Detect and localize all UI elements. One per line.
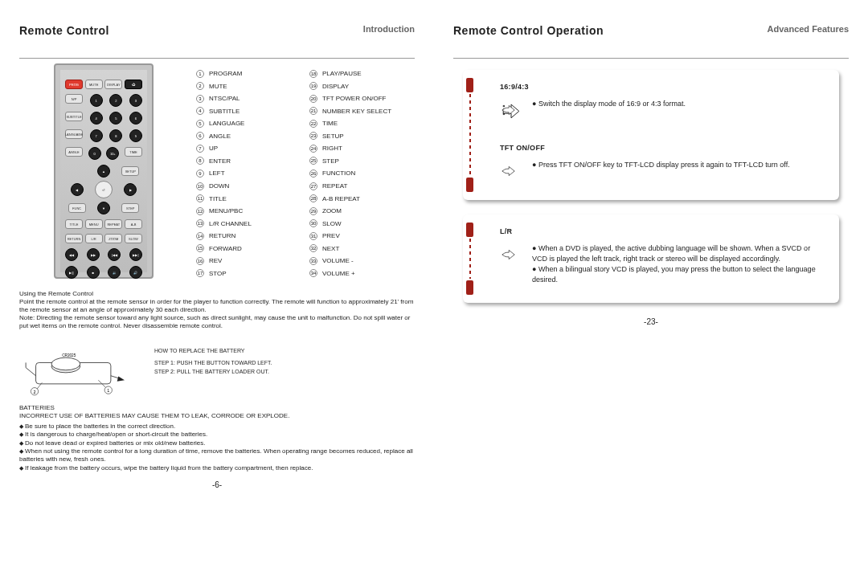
legend-num: 33 bbox=[309, 257, 317, 265]
btn-subtitle: SUBTITLE bbox=[65, 112, 83, 121]
batteries-section: BATTERIES INCORRECT USE OF BATTERIES MAY… bbox=[19, 404, 415, 472]
sec-lr-text: When a DVD is played, the active dubbing… bbox=[532, 243, 820, 285]
batteries-item: If leakage from the battery occurs, wipe… bbox=[19, 464, 415, 472]
legend-label: MENU/PBC bbox=[209, 207, 243, 214]
legend-item: 11TITLE bbox=[196, 193, 301, 204]
battery-diagram: CR2025 1 2 HOW TO REPLACE THE BATTERY ST… bbox=[19, 341, 415, 398]
legend-item: 13L/R CHANNEL bbox=[196, 218, 301, 229]
legend-num: 4 bbox=[196, 107, 204, 115]
legend-item: 23SETUP bbox=[309, 131, 415, 142]
battery-step2: STEP 2: PULL THE BATTERY LOADER OUT. bbox=[154, 369, 269, 374]
legend-label: ANGLE bbox=[209, 133, 231, 140]
legend-label: L/R CHANNEL bbox=[209, 220, 252, 227]
legend-item: 5LANGUAGE bbox=[196, 118, 301, 129]
legend-item: 12MENU/PBC bbox=[196, 206, 301, 217]
legend-label: DOWN bbox=[209, 182, 229, 190]
btn-zoom: ZOOM bbox=[104, 234, 122, 243]
batteries-list: Be sure to place the batteries in the co… bbox=[19, 423, 415, 472]
legend-label: REPEAT bbox=[322, 182, 347, 190]
legend-item: 10DOWN bbox=[196, 181, 301, 192]
legend-num: 12 bbox=[196, 207, 204, 215]
legend-num: 19 bbox=[309, 82, 317, 90]
sec-tft-text: Press TFT ON/OFF key to TFT-LCD display … bbox=[532, 160, 790, 170]
batteries-item: When not using the remote control for a … bbox=[19, 447, 415, 464]
header-right: Remote Control Operation Advanced Featur… bbox=[453, 24, 849, 40]
legend-num: 23 bbox=[309, 132, 317, 140]
btn-np: N/P bbox=[65, 94, 83, 104]
legend-num: 32 bbox=[309, 244, 317, 252]
legend-label: RETURN bbox=[209, 232, 235, 239]
legend-item: 28A-B REPEAT bbox=[309, 193, 415, 204]
legend-num: 14 bbox=[196, 232, 204, 240]
legend-item: 4SUBTITLE bbox=[196, 106, 301, 117]
legend-item: 2MUTE bbox=[196, 81, 301, 92]
legend-num: 29 bbox=[309, 207, 317, 215]
legend-label: STEP bbox=[322, 157, 339, 165]
legend-label: UP bbox=[209, 145, 218, 152]
btn-setup: SETUP bbox=[121, 166, 139, 176]
btn-enter: ⏎ bbox=[95, 181, 113, 198]
btn-display: DISPLAY bbox=[104, 80, 122, 89]
legend-num: 24 bbox=[309, 145, 317, 153]
legend-num: 9 bbox=[196, 169, 204, 178]
btn-step: STEP bbox=[121, 203, 139, 213]
legend-num: 2 bbox=[196, 82, 204, 90]
btn-language: LANGUAGE bbox=[65, 129, 83, 139]
btn-10p: 10+ bbox=[106, 147, 119, 160]
legend-item: 22TIME bbox=[309, 118, 415, 129]
upper-block: PROGMUTEDISPLAY⏻ N/P123 SUBTITLE456 LANG… bbox=[19, 63, 415, 279]
legend-item: 20TFT POWER ON/OFF bbox=[309, 93, 415, 104]
btn-volp: 🔊 bbox=[129, 266, 142, 279]
legend-label: LEFT bbox=[209, 169, 225, 177]
btn-2: 2 bbox=[109, 94, 122, 107]
legend-num: 31 bbox=[309, 232, 317, 240]
legend-num: 10 bbox=[196, 182, 204, 190]
usage-paragraph: Using the Remote Control Point the remot… bbox=[19, 290, 415, 330]
page-number-left: -6- bbox=[19, 480, 415, 489]
legend-label: NUMBER KEY SELECT bbox=[322, 108, 391, 115]
btn-power: ⏻ bbox=[125, 80, 142, 89]
legend-label: VOLUME - bbox=[322, 257, 354, 264]
legend-num: 27 bbox=[309, 182, 317, 190]
btn-0: 0 bbox=[88, 147, 101, 160]
btn-down: ▼ bbox=[97, 202, 110, 214]
btn-up: ▲ bbox=[97, 165, 110, 178]
legend-label: SETUP bbox=[322, 133, 344, 140]
sec-lr-heading: L/R bbox=[500, 227, 820, 235]
legend-label: DISPLAY bbox=[322, 83, 349, 90]
usage-text-2: Note: Directing the remote sensor toward… bbox=[19, 314, 410, 329]
btn-5: 5 bbox=[109, 112, 122, 125]
btn-9: 9 bbox=[129, 129, 142, 142]
pointing-hand-icon bbox=[500, 99, 522, 121]
legend-item: 25STEP bbox=[309, 156, 415, 167]
legend-label: TFT POWER ON/OFF bbox=[322, 95, 386, 102]
btn-volm: 🔉 bbox=[108, 266, 121, 279]
remote-diagram: PROGMUTEDISPLAY⏻ N/P123 SUBTITLE456 LANG… bbox=[19, 63, 188, 279]
legend-num: 28 bbox=[309, 194, 317, 202]
legend-label: REV bbox=[209, 257, 222, 264]
page-number-right: -23- bbox=[453, 317, 849, 326]
legend-num: 30 bbox=[309, 219, 317, 227]
legend-item: 7UP bbox=[196, 143, 301, 154]
sec-aspect-text: Switch the display mode of 16:9 or 4:3 f… bbox=[532, 99, 686, 109]
legend-num: 11 bbox=[196, 194, 204, 202]
header-rule-right bbox=[453, 58, 849, 59]
legend-item: 8ENTER bbox=[196, 156, 301, 167]
svg-text:2: 2 bbox=[33, 390, 35, 394]
btn-3: 3 bbox=[129, 94, 142, 107]
btn-rev: ◀◀ bbox=[65, 248, 78, 261]
legend-label: PREV bbox=[322, 232, 340, 239]
legend-item: 21NUMBER KEY SELECT bbox=[309, 106, 415, 117]
legend-label: SUBTITLE bbox=[209, 108, 240, 115]
legend-label: A-B REPEAT bbox=[322, 195, 360, 202]
panel-aspect-tft: 16:9/4:3 Switch the display mode of 16:9… bbox=[463, 70, 839, 200]
legend-label: FUNCTION bbox=[322, 169, 355, 177]
btn-next: ▶▶| bbox=[129, 248, 142, 261]
section-tag-right: Advanced Features bbox=[768, 24, 849, 34]
legend-item: 26FUNCTION bbox=[309, 168, 415, 179]
legend-item: 9LEFT bbox=[196, 168, 301, 179]
batteries-heading: BATTERIES bbox=[19, 404, 415, 412]
btn-menu: MENU bbox=[85, 219, 103, 229]
btn-repeat: REPEAT bbox=[104, 219, 122, 229]
btn-func: FUNC bbox=[68, 203, 86, 213]
